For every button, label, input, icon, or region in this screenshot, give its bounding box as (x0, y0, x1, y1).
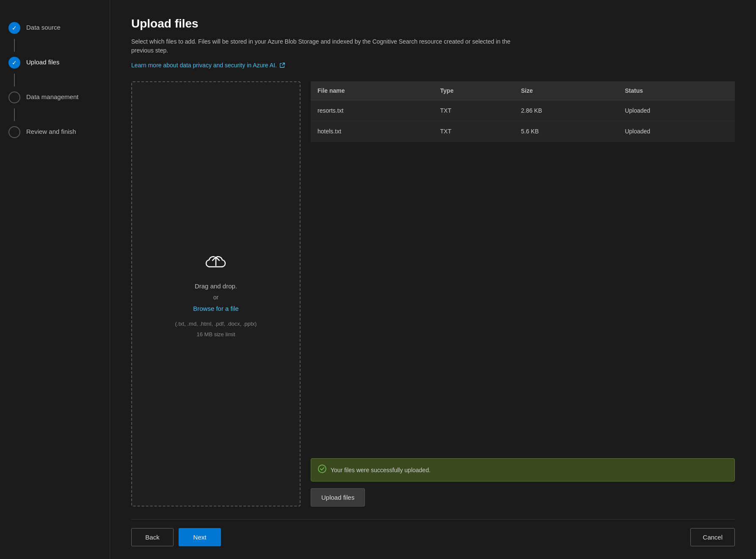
sidebar-item-label-data-management: Data management (26, 91, 78, 100)
cancel-button[interactable]: Cancel (690, 528, 735, 546)
col-header-type: Type (433, 81, 514, 100)
sidebar-item-data-management[interactable]: Data management (8, 86, 101, 108)
cell-status-1: Uploaded (618, 121, 735, 142)
back-button[interactable]: Back (131, 528, 174, 546)
table-row: resorts.txtTXT2.86 KBUploaded (311, 100, 735, 121)
col-header-filename: File name (311, 81, 433, 100)
step-circle-upload-files: ✓ (8, 57, 20, 69)
sidebar-item-review-finish[interactable]: Review and finish (8, 121, 101, 143)
footer-left: Back Next (131, 528, 221, 546)
or-text: or (213, 294, 218, 301)
sidebar-item-upload-files[interactable]: ✓ Upload files (8, 52, 101, 74)
footer: Back Next Cancel (131, 519, 735, 546)
cell-filename-0: resorts.txt (311, 100, 433, 121)
cell-filename-1: hotels.txt (311, 121, 433, 142)
file-table: File name Type Size Status resorts.txtTX… (311, 81, 735, 142)
table-header-row: File name Type Size Status (311, 81, 735, 100)
success-check-icon (318, 465, 326, 475)
sidebar: ✓ Data source ✓ Upload files Data manage… (0, 0, 110, 559)
drag-drop-text: Drag and drop. (195, 282, 237, 290)
step-circle-data-management (8, 91, 20, 103)
sidebar-item-label-upload-files: Upload files (26, 57, 59, 66)
next-button[interactable]: Next (179, 528, 221, 546)
col-header-size: Size (514, 81, 618, 100)
step-circle-review-finish (8, 126, 20, 138)
page-description: Select which files to add. Files will be… (131, 37, 512, 55)
main-content: Upload files Select which files to add. … (110, 0, 756, 559)
page-title: Upload files (131, 17, 735, 30)
right-panel: File name Type Size Status resorts.txtTX… (311, 81, 735, 506)
external-link-icon (279, 62, 285, 68)
sidebar-item-label-data-source: Data source (26, 22, 61, 31)
size-limit-text: 16 MB size limit (196, 331, 235, 338)
upload-cloud-icon (203, 251, 229, 274)
upload-files-button[interactable]: Upload files (311, 488, 365, 506)
success-message: Your files were successfully uploaded. (331, 467, 430, 473)
checkmark-icon: ✓ (12, 25, 17, 31)
cell-size-0: 2.86 KB (514, 100, 618, 121)
step-connector-2 (14, 74, 15, 86)
col-header-status: Status (618, 81, 735, 100)
sidebar-item-label-review-finish: Review and finish (26, 126, 76, 135)
cell-size-1: 5.6 KB (514, 121, 618, 142)
learn-more-text: Learn more about data privacy and securi… (131, 62, 277, 69)
file-types-text: (.txt, .md, .html, .pdf, .docx, .pptx) (175, 321, 257, 327)
content-area: Drag and drop. or Browse for a file (.tx… (131, 81, 735, 506)
spacer (311, 149, 735, 451)
checkmark-icon-active: ✓ (12, 59, 17, 66)
step-connector-1 (14, 39, 15, 52)
success-banner: Your files were successfully uploaded. (311, 458, 735, 482)
cell-status-0: Uploaded (618, 100, 735, 121)
step-connector-3 (14, 108, 15, 121)
step-circle-data-source: ✓ (8, 22, 20, 34)
sidebar-item-data-source[interactable]: ✓ Data source (8, 17, 101, 39)
learn-more-link[interactable]: Learn more about data privacy and securi… (131, 62, 735, 69)
cell-type-1: TXT (433, 121, 514, 142)
cell-type-0: TXT (433, 100, 514, 121)
file-table-body: resorts.txtTXT2.86 KBUploadedhotels.txtT… (311, 100, 735, 142)
table-row: hotels.txtTXT5.6 KBUploaded (311, 121, 735, 142)
svg-point-0 (318, 465, 326, 473)
drop-zone[interactable]: Drag and drop. or Browse for a file (.tx… (131, 81, 301, 506)
browse-for-file-link[interactable]: Browse for a file (193, 305, 239, 312)
